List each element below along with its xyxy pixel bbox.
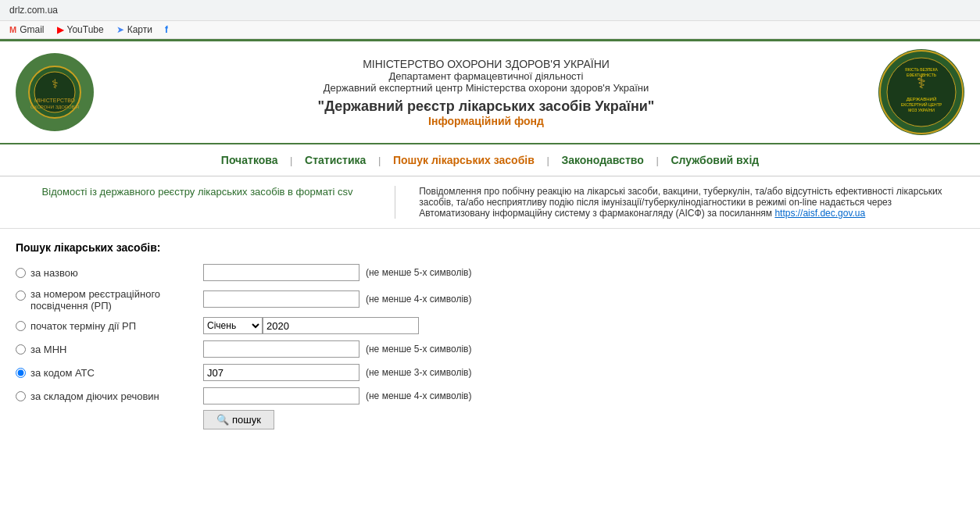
- label-by-reg[interactable]: за номером реєстраційного посвідчення (Р…: [16, 287, 203, 312]
- info-section: Відомості із державного реєстру лікарськ…: [0, 176, 980, 229]
- label-by-reg-text: за номером реєстраційного посвідчення (Р…: [30, 288, 160, 312]
- svg-text:ЕКСПЕРТНИЙ ЦЕНТР: ЕКСПЕРТНИЙ ЦЕНТР: [901, 102, 942, 107]
- label-by-comp-text: за складом діючих речовин: [30, 390, 159, 402]
- right-logo: ⚕ ДЕРЖАВНИЙ ЕКСПЕРТНИЙ ЦЕНТР МОЗ УКРАЇНИ…: [878, 49, 964, 135]
- svg-text:ЕФЕКТИВНІСТЬ: ЕФЕКТИВНІСТЬ: [907, 73, 937, 77]
- label-by-date[interactable]: початок терміну дії РП: [16, 320, 203, 332]
- radio-by-date[interactable]: [16, 321, 26, 331]
- hint-by-atc: (не менше 3-х символів): [366, 367, 471, 378]
- svg-text:МОЗ УКРАЇНИ: МОЗ УКРАЇНИ: [908, 108, 935, 112]
- gmail-icon: M: [9, 25, 16, 34]
- label-by-atc[interactable]: за кодом АТС: [16, 367, 203, 379]
- svg-text:ОХОРОНИ ЗДОРОВ'Я: ОХОРОНИ ЗДОРОВ'Я: [30, 105, 79, 109]
- hint-by-mnn: (не менше 5-х символів): [366, 344, 471, 355]
- search-row-atc: за кодом АТС (не менше 3-х символів): [16, 363, 964, 382]
- svg-text:ЯКІСТЬ БЕЗПЕКА: ЯКІСТЬ БЕЗПЕКА: [905, 67, 938, 72]
- svg-text:МІНІСТЕРСТВО: МІНІСТЕРСТВО: [34, 98, 76, 103]
- label-by-name-text: за назвою: [30, 267, 78, 279]
- search-row-mnn: за МНН (не менше 5-х символів): [16, 340, 964, 358]
- input-by-reg[interactable]: [203, 290, 359, 308]
- label-by-name[interactable]: за назвою: [16, 267, 203, 279]
- bookmark-maps[interactable]: ➤ Карти: [116, 24, 152, 35]
- radio-by-atc[interactable]: [16, 368, 26, 378]
- header-title: "Державний реєстр лікарських засобів Укр…: [109, 98, 863, 115]
- month-select[interactable]: Січень Лютий Березень Квітень Травень Че…: [203, 317, 263, 334]
- bookmarks-bar: M Gmail ▶ YouTube ➤ Карти f: [0, 21, 980, 39]
- label-by-date-text: початок терміну дії РП: [30, 320, 136, 332]
- nav-bar: Початкова | Статистика | Пошук лікарськи…: [0, 144, 980, 176]
- svg-text:⚕: ⚕: [52, 77, 59, 91]
- header-dept: Департамент фармацевтичної діяльності: [109, 70, 863, 82]
- maps-icon: ➤: [116, 24, 124, 35]
- search-row-comp: за складом діючих речовин (не менше 4-х …: [16, 387, 964, 405]
- header-center: МІНІСТЕРСТВО ОХОРОНИ ЗДОРОВ'Я УКРАЇНИ Де…: [94, 58, 878, 127]
- info-left: Відомості із державного реєстру лікарськ…: [16, 186, 395, 219]
- svg-text:ДЕРЖАВНИЙ: ДЕРЖАВНИЙ: [907, 97, 937, 102]
- input-by-atc[interactable]: [203, 364, 359, 381]
- header-center-name: Державний експертний центр Міністерства …: [109, 82, 863, 94]
- search-button-label: пошук: [232, 414, 261, 426]
- youtube-icon: ▶: [57, 24, 64, 35]
- search-icon: 🔍: [216, 414, 229, 426]
- search-row-date: початок терміну дії РП Січень Лютий Бере…: [16, 316, 964, 335]
- input-by-mnn[interactable]: [203, 340, 359, 358]
- bookmark-youtube[interactable]: ▶ YouTube: [57, 24, 104, 35]
- nav-item-law[interactable]: Законодавство: [552, 154, 653, 166]
- info-right: Повідомлення про побічну реакцію на ліка…: [411, 186, 964, 219]
- site-header: ⚕ МІНІСТЕРСТВО ОХОРОНИ ЗДОРОВ'Я МІНІСТЕР…: [0, 41, 980, 144]
- year-input[interactable]: [263, 317, 419, 334]
- bookmark-gmail-label: Gmail: [20, 24, 44, 35]
- radio-by-mnn[interactable]: [16, 344, 26, 355]
- nav-sep-2: |: [378, 155, 384, 166]
- nav-item-login[interactable]: Службовий вхід: [661, 154, 768, 166]
- bookmark-youtube-label: YouTube: [67, 24, 104, 35]
- input-by-name[interactable]: [203, 264, 359, 281]
- facebook-icon: f: [165, 24, 168, 35]
- header-subtitle: Інформаційний фонд: [109, 115, 863, 127]
- aisf-link[interactable]: https://aisf.dec.gov.ua: [774, 208, 865, 219]
- browser-address-bar: drlz.com.ua: [0, 0, 980, 21]
- bookmark-maps-label: Карти: [127, 24, 152, 35]
- search-section: Пошук лікарських засобів: за назвою (не …: [0, 229, 980, 442]
- label-by-mnn[interactable]: за МНН: [16, 344, 203, 355]
- input-by-comp[interactable]: [203, 387, 359, 404]
- nav-item-search[interactable]: Пошук лікарських засобів: [384, 154, 544, 166]
- search-button[interactable]: 🔍 пошук: [203, 410, 274, 429]
- search-row-reg: за номером реєстраційного посвідчення (Р…: [16, 287, 964, 312]
- label-by-atc-text: за кодом АТС: [30, 367, 95, 379]
- hint-by-name: (не менше 5-х символів): [366, 267, 471, 278]
- search-row-name: за назвою (не менше 5-х символів): [16, 263, 964, 282]
- hint-by-reg: (не менше 4-х символів): [366, 294, 471, 305]
- hint-by-comp: (не менше 4-х символів): [366, 390, 471, 401]
- nav-item-home[interactable]: Початкова: [212, 154, 288, 166]
- search-title: Пошук лікарських засобів:: [16, 241, 964, 254]
- header-ministry: МІНІСТЕРСТВО ОХОРОНИ ЗДОРОВ'Я УКРАЇНИ: [109, 58, 863, 70]
- nav-item-stats[interactable]: Статистика: [295, 154, 375, 166]
- label-by-mnn-text: за МНН: [30, 344, 66, 355]
- left-logo: ⚕ МІНІСТЕРСТВО ОХОРОНИ ЗДОРОВ'Я: [16, 53, 94, 131]
- bookmark-gmail[interactable]: M Gmail: [9, 24, 45, 35]
- radio-by-reg[interactable]: [16, 290, 26, 301]
- info-left-text: Відомості із державного реєстру лікарськ…: [42, 186, 353, 198]
- url-display: drlz.com.ua: [9, 5, 58, 16]
- radio-by-comp[interactable]: [16, 391, 26, 401]
- bookmark-facebook[interactable]: f: [165, 24, 168, 35]
- radio-by-name[interactable]: [16, 268, 26, 278]
- label-by-comp[interactable]: за складом діючих речовин: [16, 390, 203, 402]
